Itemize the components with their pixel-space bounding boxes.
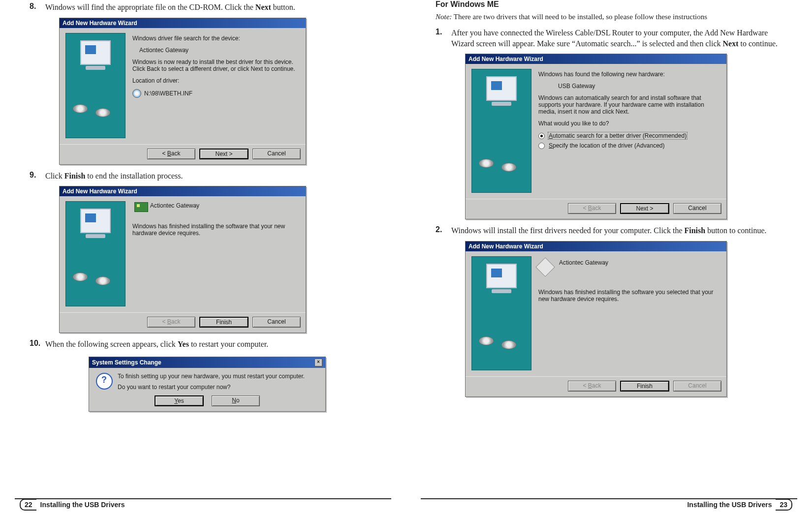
step-text: Windows will find the appropriate file o…: [45, 2, 295, 13]
diamond-icon: [535, 257, 555, 277]
radio-automatic-search[interactable]: Automatic search for a better driver (Re…: [538, 132, 720, 140]
disc-icon: [73, 272, 88, 281]
back-button-disabled: < Back: [568, 381, 616, 392]
device-name: Actiontec Gateway: [139, 47, 300, 54]
step-1: 1. After you have connected the Wireless…: [436, 28, 782, 49]
footer-title: Installing the USB Drivers: [40, 501, 125, 509]
step-2: 2. Windows will install the first driver…: [436, 225, 782, 236]
cancel-button[interactable]: Cancel: [673, 203, 721, 214]
driver-location: N:\98\WBETH.INF: [132, 89, 300, 98]
dialog-text: Windows can automatically search for and…: [538, 94, 720, 115]
dialog-text: Windows is now ready to install the best…: [132, 59, 300, 72]
radio-selected-icon: [538, 133, 545, 139]
step-number: 2.: [436, 225, 451, 234]
monitor-icon: [80, 40, 111, 65]
step-number: 10.: [30, 339, 45, 348]
disc-icon: [501, 340, 516, 349]
device-name: Actiontec Gateway: [559, 259, 608, 266]
dialog-text: Do you want to restart your computer now…: [118, 384, 305, 391]
cancel-button[interactable]: Cancel: [252, 317, 301, 328]
wizard-sidebar-graphic: [471, 256, 531, 370]
monitor-icon: [486, 264, 517, 288]
step-10: 10. When the following screen appears, c…: [30, 339, 376, 350]
dialog-title: Add New Hardware Wizard: [60, 18, 306, 28]
monitor-icon: [80, 209, 111, 233]
step-number: 8.: [30, 2, 45, 11]
finish-button[interactable]: Finish: [199, 317, 249, 328]
hardware-chip-icon: [134, 202, 148, 212]
step-text: When the following screen appears, click…: [45, 339, 268, 350]
back-button-disabled: < Back: [147, 317, 195, 328]
location-label: Location of driver:: [132, 77, 300, 84]
dialog-title: Add New Hardware Wizard: [60, 186, 306, 196]
footer-left: 22 Installing the USB Drivers: [0, 499, 406, 511]
dialog-title: System Settings Change: [92, 359, 161, 366]
dialog-text: Windows has finished installing the soft…: [132, 223, 300, 237]
step-number: 1.: [436, 28, 451, 36]
page-number: 23: [776, 499, 792, 511]
disc-icon: [501, 163, 516, 172]
restart-prompt-dialog: System Settings Change × To finish setti…: [89, 357, 326, 412]
no-button[interactable]: No: [212, 395, 260, 406]
wizard-dialog-finished: Add New Hardware Wizard Actiontec Gatewa…: [59, 186, 306, 333]
wizard-sidebar-graphic: [471, 69, 531, 193]
dialog-text: Windows has finished installing the soft…: [538, 289, 720, 302]
device-name: Actiontec Gateway: [150, 202, 300, 209]
disc-icon: [95, 108, 110, 117]
note-line: Note: There are two drivers that will ne…: [436, 12, 782, 22]
wizard-sidebar-graphic: [65, 201, 125, 306]
back-button-disabled: < Back: [568, 203, 616, 214]
back-button[interactable]: < Back: [147, 149, 195, 159]
disc-icon: [479, 159, 494, 168]
wizard-dialog-driver-search: Add New Hardware Wizard Windows driver f…: [59, 18, 306, 165]
dialog-text: Windows driver file search for the devic…: [132, 35, 300, 42]
step-9: 9. Click Finish to end the installation …: [30, 171, 376, 181]
device-name: USB Gateway: [558, 83, 720, 90]
radio-unselected-icon: [538, 143, 545, 149]
step-text: Windows will install the first drivers n…: [451, 225, 767, 236]
question-icon: [96, 373, 113, 390]
step-text: After you have connected the Wireless Ca…: [451, 28, 782, 49]
dialog-title: Add New Hardware Wizard: [466, 54, 726, 64]
section-heading: For Windows ME: [436, 0, 782, 9]
step-8: 8. Windows will find the appropriate fil…: [30, 2, 376, 13]
cancel-button-disabled: Cancel: [673, 381, 721, 392]
disc-icon: [73, 104, 88, 113]
close-icon[interactable]: ×: [314, 359, 322, 366]
disc-icon: [479, 336, 494, 345]
cancel-button[interactable]: Cancel: [252, 149, 301, 159]
radio-specify-location[interactable]: Specify the location of the driver (Adva…: [538, 142, 720, 150]
step-text: Click Finish to end the installation pro…: [45, 171, 183, 181]
dialog-title: Add New Hardware Wizard: [466, 242, 726, 251]
wizard-dialog-found-hardware: Add New Hardware Wizard Windows has foun…: [465, 54, 727, 219]
step-number: 9.: [30, 171, 45, 180]
finish-button[interactable]: Finish: [620, 381, 669, 392]
dialog-text: To finish setting up your new hardware, …: [118, 373, 305, 380]
wizard-dialog-finished-me: Add New Hardware Wizard Actiontec Gatewa…: [465, 241, 727, 397]
monitor-icon: [486, 76, 517, 101]
prompt-text: What would you like to do?: [538, 120, 720, 127]
next-button[interactable]: Next >: [199, 149, 249, 159]
footer-title: Installing the USB Drivers: [687, 501, 772, 509]
cd-icon: [132, 89, 141, 98]
page-left: 8. Windows will find the appropriate fil…: [0, 0, 406, 514]
footer-right: Installing the USB Drivers 23: [406, 499, 812, 511]
dialog-text: Windows has found the following new hard…: [538, 71, 720, 78]
yes-button[interactable]: Yes: [155, 395, 204, 406]
next-button[interactable]: Next >: [620, 203, 669, 214]
wizard-sidebar-graphic: [65, 33, 125, 138]
disc-icon: [95, 276, 110, 285]
page-number: 22: [20, 499, 36, 511]
page-right: For Windows ME Note: There are two drive…: [406, 0, 812, 514]
